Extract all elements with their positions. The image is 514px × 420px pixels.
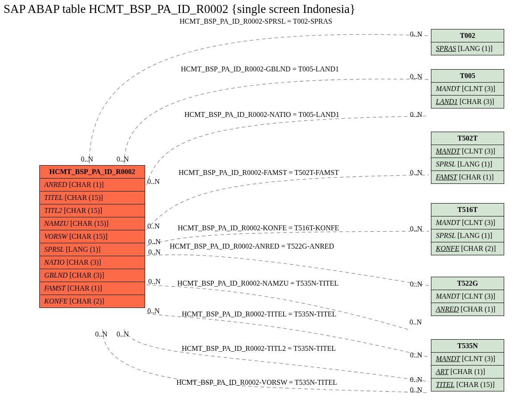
field-type: [CLNT (3)] xyxy=(460,292,495,300)
cardinality-label: 0..N xyxy=(410,280,422,288)
field-name: KONFE xyxy=(436,245,459,252)
field-name: ANRED xyxy=(436,305,459,313)
field-name: MANDT xyxy=(436,219,460,226)
field-name: MANDT xyxy=(436,147,460,155)
field-type: [CHAR (3)] xyxy=(67,271,104,279)
field-type: [CHAR (15)] xyxy=(67,233,108,240)
field-name: SPRAS xyxy=(436,45,456,52)
field-name: MANDT xyxy=(436,292,460,300)
field-type: [CHAR (15)] xyxy=(455,381,495,388)
cardinality-label: 0..N xyxy=(148,278,161,286)
cardinality-label: 0..N xyxy=(117,155,129,163)
field-type: [CHAR (3)] xyxy=(458,98,494,105)
table-field-row: NATIO [CHAR (3)] xyxy=(40,256,145,269)
field-type: [CHAR (1)] xyxy=(66,284,102,292)
field-name: FAMST xyxy=(44,284,66,292)
cardinality-label: 0..N xyxy=(148,238,161,246)
table-field-row: MANDT [CLNT (3)] xyxy=(431,353,504,366)
table-field-row: TITL2 [CHAR (15)] xyxy=(40,204,145,217)
field-type: [CHAR (1)] xyxy=(448,368,485,375)
ref-table-header: T502T xyxy=(431,132,504,145)
field-name: ANRED xyxy=(44,181,67,188)
field-type: [CLNT (3)] xyxy=(460,219,495,226)
cardinality-label: 0..N xyxy=(147,178,160,186)
cardinality-label: 0..N xyxy=(95,330,108,338)
table-field-row: TITEL [CHAR (15)] xyxy=(431,378,504,391)
ref-table-header: T005 xyxy=(431,70,504,83)
table-field-row: SPRSL [LANG (1)] xyxy=(40,243,145,256)
field-type: [CLNT (3)] xyxy=(460,355,495,362)
table-field-row: ART [CHAR (1)] xyxy=(431,366,504,378)
field-type: [CHAR (2)] xyxy=(459,245,496,252)
field-type: [LANG (1)] xyxy=(455,160,492,168)
cardinality-label: 0..N xyxy=(410,73,422,81)
field-name: SPRSL xyxy=(436,160,455,168)
table-field-row: FAMST [CHAR (1)] xyxy=(40,282,145,295)
table-field-row: MANDT [CLNT (3)] xyxy=(431,145,504,158)
table-field-row: MANDT [CLNT (3)] xyxy=(431,83,504,96)
table-field-row: KONFE [CHAR (2)] xyxy=(431,242,504,255)
table-field-row: GBLND [CHAR (3)] xyxy=(40,269,145,282)
cardinality-label: 0..N xyxy=(147,307,160,315)
field-name: TITEL xyxy=(44,194,63,201)
ref-table: T516TMANDT [CLNT (3)]SPRSL [LANG (1)]KON… xyxy=(431,203,504,255)
field-type: [LANG (1)] xyxy=(64,245,100,253)
table-field-row: ANRED [CHAR (1)] xyxy=(40,179,145,191)
field-name: SPRSL xyxy=(44,245,64,253)
table-field-row: SPRAS [LANG (1)] xyxy=(431,42,504,55)
cardinality-label: 0..N xyxy=(410,169,422,177)
ref-table: T502TMANDT [CLNT (3)]SPRSL [LANG (1)]FAM… xyxy=(431,132,504,184)
cardinality-label: 0..N xyxy=(148,248,161,256)
table-field-row: MANDT [CLNT (3)] xyxy=(431,216,504,229)
table-field-row: NAMZU [CHAR (15)] xyxy=(40,217,145,230)
field-type: [CHAR (15)] xyxy=(63,194,103,201)
relationship-label: HCMT_BSP_PA_ID_R0002-VORSW = T535N-TITEL xyxy=(176,378,337,387)
field-type: [CHAR (1)] xyxy=(67,181,104,188)
field-name: TITL2 xyxy=(44,207,62,214)
field-name: KONFE xyxy=(44,297,67,305)
field-name: VORSW xyxy=(44,233,67,240)
table-field-row: SPRSL [LANG (1)] xyxy=(431,229,504,242)
ref-table: T005MANDT [CLNT (3)]LAND1 [CHAR (3)] xyxy=(431,69,504,108)
table-field-row: FAMST [CHAR (1)] xyxy=(431,171,504,183)
cardinality-label: 0..N xyxy=(81,155,93,163)
field-name: GBLND xyxy=(44,271,67,279)
field-name: LAND1 xyxy=(436,98,458,105)
relationship-label: HCMT_BSP_PA_ID_R0002-KONFE = T516T-KONFE xyxy=(178,224,339,232)
field-type: [CHAR (2)] xyxy=(67,297,104,305)
cardinality-label: 0..N xyxy=(410,318,422,326)
cardinality-label: 0..N xyxy=(147,222,160,230)
field-name: NAMZU xyxy=(44,220,68,227)
relationship-label: HCMT_BSP_PA_ID_R0002-NAMZU = T535N-TITEL xyxy=(177,279,338,287)
diagram-title: SAP ABAP table HCMT_BSP_PA_ID_R0002 {sin… xyxy=(4,2,355,16)
ref-table-header: T522G xyxy=(431,277,504,290)
cardinality-label: 0..N xyxy=(410,376,422,384)
field-name: NATIO xyxy=(44,258,65,266)
field-type: [LANG (1)] xyxy=(456,45,493,52)
ref-table: T522GMANDT [CLNT (3)]ANRED [CHAR (1)] xyxy=(431,277,504,316)
table-field-row: TITEL [CHAR (15)] xyxy=(40,191,145,204)
field-type: [CLNT (3)] xyxy=(460,147,495,155)
field-type: [CHAR (15)] xyxy=(68,220,109,227)
cardinality-label: 0..N xyxy=(410,351,422,359)
relationship-label: HCMT_BSP_PA_ID_R0002-TITEL = T535N-TITEL xyxy=(182,310,336,318)
relationship-label: HCMT_BSP_PA_ID_R0002-ANRED = T522G-ANRED xyxy=(170,242,334,250)
cardinality-label: 0..N xyxy=(410,225,422,233)
field-type: [CHAR (3)] xyxy=(65,258,101,266)
ref-table-header: T535N xyxy=(431,340,504,353)
field-type: [CHAR (1)] xyxy=(459,305,496,313)
relationship-label: HCMT_BSP_PA_ID_R0002-FAMST = T502T-FAMST xyxy=(179,169,339,177)
table-field-row: VORSW [CHAR (15)] xyxy=(40,230,145,243)
table-field-row: KONFE [CHAR (2)] xyxy=(40,295,145,308)
relationship-label: HCMT_BSP_PA_ID_R0002-TITL2 = T535N-TITEL xyxy=(182,345,336,353)
cardinality-label: 0..N xyxy=(117,330,129,338)
field-name: SPRSL xyxy=(436,232,455,239)
field-type: [LANG (1)] xyxy=(455,232,492,239)
cardinality-label: 0..N xyxy=(410,30,422,38)
field-type: [CLNT (3)] xyxy=(460,85,495,92)
field-name: TITEL xyxy=(436,381,455,388)
field-name: ART xyxy=(436,368,448,375)
field-name: MANDT xyxy=(436,85,460,92)
relationship-label: HCMT_BSP_PA_ID_R0002-SPRSL = T002-SPRAS xyxy=(180,17,332,25)
cardinality-label: 0..N xyxy=(410,386,422,394)
